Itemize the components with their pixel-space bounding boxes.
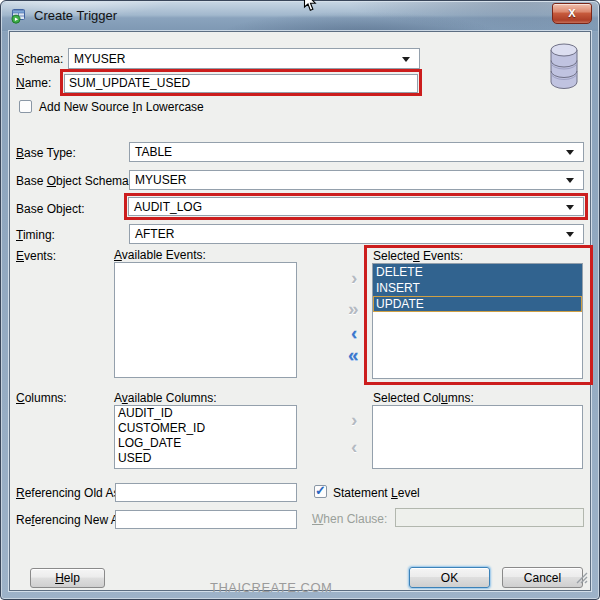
list-item[interactable]: DELETE (373, 264, 582, 280)
move-left-icon[interactable]: ‹ (351, 437, 357, 457)
timing-value: AFTER (135, 227, 174, 241)
base-object-schema-combobox[interactable]: MYUSER (129, 170, 584, 190)
available-events-list[interactable] (114, 262, 297, 378)
available-columns-list[interactable]: AUDIT_IDCUSTOMER_IDLOG_DATEUSED (114, 405, 297, 469)
statement-level-checkbox[interactable]: ✓ (314, 485, 327, 498)
referencing-old-label: Referencing Old As: (16, 486, 123, 500)
help-button-label: Help (55, 571, 80, 585)
when-clause-input (395, 508, 584, 527)
move-right-icon[interactable]: › (351, 268, 357, 288)
schema-combobox[interactable]: MYUSER (68, 48, 420, 69)
selected-events-label: Selected Events: (373, 249, 463, 263)
close-button[interactable]: X (552, 3, 592, 24)
dropdown-arrow-icon (402, 57, 410, 62)
name-highlight-box (60, 69, 422, 96)
name-label: Name: (16, 76, 51, 90)
move-right-icon[interactable]: › (351, 410, 357, 430)
base-type-combobox[interactable]: TABLE (129, 142, 584, 162)
columns-label: Columns: (16, 391, 67, 405)
dropdown-arrow-icon (566, 178, 574, 183)
list-item[interactable]: UPDATE (373, 296, 582, 312)
ok-button[interactable]: OK (409, 567, 490, 588)
database-icon (547, 42, 581, 94)
name-input[interactable] (64, 74, 418, 93)
referencing-new-label: Referencing New As: (16, 513, 128, 527)
list-item[interactable]: LOG_DATE (115, 436, 296, 451)
dropdown-arrow-icon (566, 232, 574, 237)
referencing-new-input[interactable] (115, 510, 297, 529)
base-type-value: TABLE (135, 145, 172, 159)
list-item[interactable]: INSERT (373, 280, 582, 296)
available-events-label: Available Events: (114, 248, 206, 262)
checkbox-check-icon: ✓ (315, 486, 326, 496)
selected-columns-label: Selected Columns: (373, 391, 474, 405)
events-label: Events: (16, 249, 56, 263)
ok-button-label: OK (441, 571, 458, 585)
cancel-button-label: Cancel (524, 571, 561, 585)
close-icon: X (568, 8, 575, 19)
selected-columns-list[interactable] (372, 405, 583, 469)
selected-events-list[interactable]: DELETEINSERTUPDATE (372, 263, 583, 379)
when-clause-label: When Clause: (312, 512, 387, 526)
dropdown-arrow-icon (566, 205, 574, 210)
resize-grip[interactable] (576, 570, 588, 588)
schema-label: Schema: (16, 52, 63, 66)
timing-label: Timing: (16, 228, 55, 242)
timing-combobox[interactable]: AFTER (129, 224, 584, 244)
lowercase-checkbox[interactable] (19, 100, 32, 113)
move-left-icon[interactable]: ‹ (351, 323, 357, 343)
dialog-body: Schema: MYUSER Name: Add New Source In L… (9, 31, 591, 591)
base-object-combobox[interactable]: AUDIT_LOG (128, 197, 584, 216)
statement-level-label: Statement Level (333, 486, 420, 500)
move-all-right-icon[interactable]: » (348, 299, 359, 319)
referencing-old-input[interactable] (115, 483, 297, 502)
base-object-schema-label: Base Object Schema: (16, 174, 132, 188)
watermark-text: THAICREATE.COM (210, 580, 332, 595)
base-object-value: AUDIT_LOG (134, 200, 202, 214)
cancel-button[interactable]: Cancel (502, 567, 583, 588)
base-object-label: Base Object: (16, 202, 85, 216)
create-trigger-dialog: Create Trigger X Schema: MYUSER Name: (0, 0, 600, 600)
base-type-label: Base Type: (16, 146, 76, 160)
list-item[interactable]: AUDIT_ID (115, 406, 296, 421)
list-item[interactable]: CUSTOMER_ID (115, 421, 296, 436)
window-title: Create Trigger (34, 8, 117, 23)
available-columns-label: Available Columns: (114, 391, 217, 405)
base-object-highlight-box: AUDIT_LOG (124, 193, 588, 220)
help-button[interactable]: Help (30, 568, 105, 588)
selected-events-highlight-box: Selected Events: DELETEINSERTUPDATE (364, 245, 593, 385)
trigger-table-icon (11, 8, 27, 24)
dropdown-arrow-icon (566, 150, 574, 155)
lowercase-label: Add New Source In Lowercase (39, 100, 204, 114)
schema-value: MYUSER (74, 52, 125, 66)
base-object-schema-value: MYUSER (135, 173, 186, 187)
list-item[interactable]: USED (115, 451, 296, 466)
move-all-left-icon[interactable]: « (348, 345, 359, 365)
